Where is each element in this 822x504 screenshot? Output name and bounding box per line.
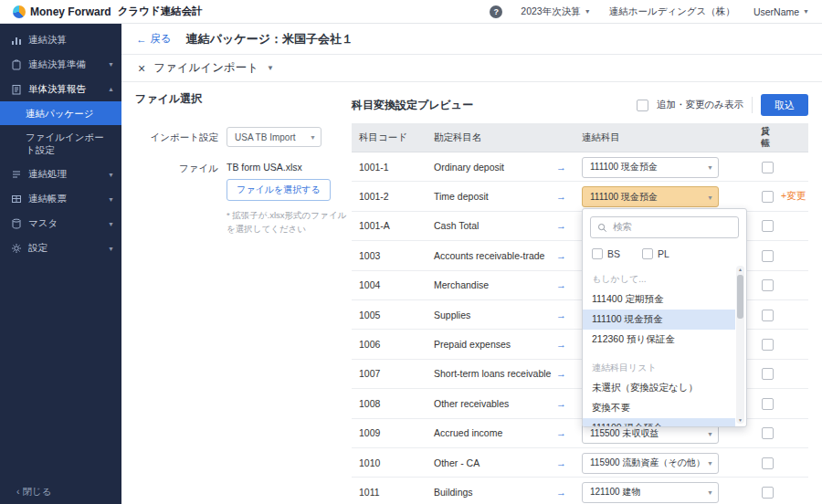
sidebar-item-single-entity-reporting[interactable]: 単体決算報告 ▲ <box>0 77 121 101</box>
map-arrow-icon: → <box>556 478 566 504</box>
bar-chart-icon <box>11 35 22 46</box>
back-label: 戻る <box>151 32 172 46</box>
sidebar-item-master[interactable]: マスタ ▼ <box>0 212 121 236</box>
choose-file-button[interactable]: ファイルを選択する <box>227 179 331 201</box>
dc-flip-checkbox[interactable] <box>762 368 774 380</box>
sidebar-item-consolidated-closing[interactable]: 連結決算 <box>0 27 121 52</box>
dc-flip-checkbox[interactable] <box>762 398 774 410</box>
column-header-dc-line2: 反転 <box>761 123 770 152</box>
dc-flip-checkbox[interactable] <box>762 162 774 173</box>
file-extension-note: * 拡張子が.xlsx形式のファイルを選択してください <box>227 209 354 236</box>
sidebar-subitem-label: 連結パッケージ <box>26 108 93 119</box>
target-account-select[interactable]: 111100 現金預金 ▼ <box>582 157 719 178</box>
company-name: 連結ホールディングス（株） <box>609 5 735 18</box>
search-input[interactable]: 検索 <box>590 216 739 238</box>
dc-flip-checkbox[interactable] <box>762 250 774 262</box>
dropdown-option-selected[interactable]: 111100 現金預金 <box>583 418 735 427</box>
dc-flip-checkbox[interactable] <box>762 487 774 499</box>
dc-flip-checkbox[interactable] <box>762 279 774 291</box>
table-row: 1010 Other - CA → 115900 流動資産（その他） ▼ <box>352 448 808 478</box>
chevron-down-icon: ▼ <box>310 134 316 141</box>
map-arrow-icon: → <box>556 330 566 358</box>
dropdown-option-selected[interactable]: 111100 現金預金 <box>583 310 735 330</box>
show-changes-only-checkbox[interactable] <box>637 100 648 111</box>
sidebar-item-closing-preparation[interactable]: 連結決算準備 ▼ <box>0 52 121 77</box>
file-label: ファイル <box>135 162 227 236</box>
sidebar-item-settings[interactable]: 設定 ▼ <box>0 236 121 261</box>
back-button[interactable]: ← 戻る <box>136 32 172 46</box>
list-icon <box>11 169 22 180</box>
period-selector[interactable]: 2023年次決算 ▼ <box>521 5 590 18</box>
moneyforward-logo-icon <box>13 5 26 18</box>
dropdown-option[interactable]: 変換不要 <box>583 398 735 418</box>
sidebar-item-label: 単体決算報告 <box>28 83 86 96</box>
user-menu[interactable]: UserName ▼ <box>754 6 809 17</box>
import-button[interactable]: 取込 <box>761 94 808 116</box>
account-code: 1011 <box>359 478 380 504</box>
pl-filter[interactable]: PL <box>642 248 669 259</box>
dc-flip-checkbox[interactable] <box>762 339 774 351</box>
close-icon[interactable]: × <box>138 62 145 75</box>
sidebar-subitem-label: ファイルインポート設定 <box>26 131 104 155</box>
account-name: Cash Total <box>434 212 479 240</box>
bs-filter[interactable]: BS <box>592 248 620 259</box>
dc-flip-checkbox[interactable] <box>762 220 774 232</box>
map-arrow-icon: → <box>556 182 566 210</box>
target-account-value: 111100 現金預金 <box>590 161 658 173</box>
table-row: 1001-2 Time deposit → 111100 現金預金 ▼ +変更 <box>352 182 808 211</box>
dropdown-option[interactable]: 未選択（変換設定なし） <box>583 378 735 398</box>
file-select-heading: ファイル選択 <box>135 91 353 107</box>
chevron-down-icon: ▼ <box>108 172 114 178</box>
target-account-select-open[interactable]: 111100 現金預金 ▼ <box>582 186 719 207</box>
scrollbar-thumb[interactable] <box>737 275 743 319</box>
dc-flip-checkbox[interactable] <box>762 191 774 203</box>
sidebar-item-label: 連結決算準備 <box>28 58 86 71</box>
bs-pl-filter: BS PL <box>583 246 746 266</box>
bs-checkbox[interactable] <box>592 248 603 259</box>
target-account-value: 121100 建物 <box>590 486 640 499</box>
scroll-up-icon[interactable]: ▲ <box>736 267 744 272</box>
sidebar-collapse-button[interactable]: ‹ 閉じる <box>0 486 121 499</box>
brand-logo[interactable]: Money Forward クラウド連結会計 <box>13 5 203 18</box>
sidebar-item-consolidation-processing[interactable]: 連結処理 ▼ <box>0 163 121 187</box>
preview-header: 科目変換設定プレビュー 追加・変更のみ表示 取込 <box>352 93 808 117</box>
dropdown-scrollbar[interactable]: ▲ ▼ <box>736 266 744 424</box>
sidebar-item-label: 設定 <box>28 242 47 255</box>
topbar: Money Forward クラウド連結会計 ? 2023年次決算 ▼ 連結ホー… <box>0 0 822 24</box>
sidebar-item-consolidation-reports[interactable]: 連結帳票 ▼ <box>0 187 121 212</box>
chevron-down-icon: ▼ <box>108 196 114 203</box>
sidebar-subitem-consolidation-package[interactable]: 連結パッケージ <box>0 101 121 125</box>
chevron-down-icon[interactable]: ▼ <box>267 64 274 72</box>
table-row: 1011 Buildings → 121100 建物 ▼ <box>352 478 808 504</box>
pl-checkbox[interactable] <box>642 248 653 259</box>
chevron-down-icon: ▼ <box>108 221 114 227</box>
target-account-select[interactable]: 115900 流動資産（その他） ▼ <box>582 453 719 474</box>
divider <box>752 97 753 113</box>
map-arrow-icon: → <box>556 241 566 269</box>
sidebar-item-label: 連結決算 <box>28 34 67 47</box>
main-content: ← 戻る 連結パッケージ：米国子会社１ × ファイルインポート ▼ ファイル選択… <box>121 24 822 504</box>
sidebar-subitem-file-import-settings[interactable]: ファイルインポート設定 <box>0 125 121 162</box>
account-list-heading: 連結科目リスト <box>583 354 746 378</box>
target-account-select[interactable]: 121100 建物 ▼ <box>582 482 719 503</box>
import-setting-select[interactable]: USA TB Import ▼ <box>227 127 321 147</box>
account-name: Ordinary deposit <box>434 152 504 181</box>
chevron-down-icon: ▼ <box>108 61 114 68</box>
scroll-down-icon[interactable]: ▼ <box>736 417 744 423</box>
map-arrow-icon: → <box>556 360 566 388</box>
dc-flip-checkbox[interactable] <box>762 310 774 321</box>
dropdown-option[interactable]: 111400 定期預金 <box>583 289 735 310</box>
file-select-panel: ファイル選択 インポート設定 USA TB Import ▼ ファイル TB f… <box>135 91 353 236</box>
chevron-down-icon: ▼ <box>803 8 809 15</box>
account-name: Prepaid expenses <box>434 330 511 358</box>
table-header-row: 科目コード 勘定科目名 連結科目 貸借 反転 <box>352 123 808 152</box>
dc-flip-checkbox[interactable] <box>762 457 774 469</box>
dc-flip-checkbox[interactable] <box>762 427 774 439</box>
report-icon <box>11 84 22 95</box>
map-arrow-icon: → <box>556 271 566 299</box>
brand-name: Money Forward <box>30 5 111 18</box>
show-changes-only-label: 追加・変更のみ表示 <box>657 99 743 111</box>
product-name: クラウド連結会計 <box>118 5 203 18</box>
dropdown-option[interactable]: 212360 預り保証金 <box>583 330 735 350</box>
help-icon[interactable]: ? <box>490 5 502 18</box>
